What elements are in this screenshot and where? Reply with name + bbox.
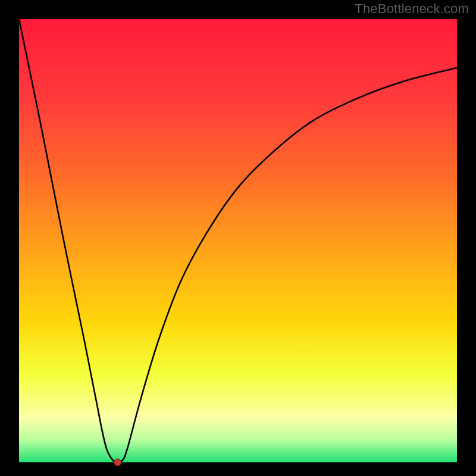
chart-frame: TheBottleneck.com <box>0 0 476 476</box>
bottleneck-chart <box>0 0 476 476</box>
minimum-marker <box>114 459 121 466</box>
